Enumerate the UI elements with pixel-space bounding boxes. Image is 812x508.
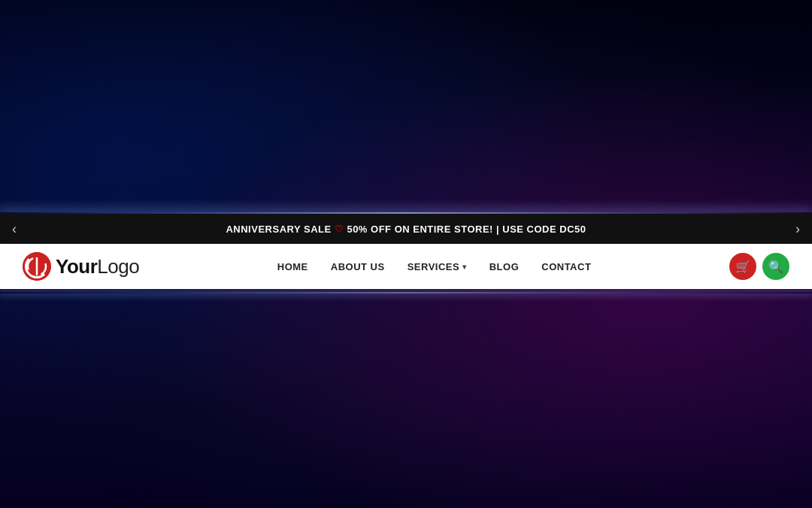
- search-button[interactable]: 🔍: [762, 253, 789, 280]
- nav-services[interactable]: SERVICES ▾: [408, 261, 467, 272]
- hero-bottom-area: [0, 289, 812, 508]
- site-header: YourLogo HOME ABOUT US SERVICES ▾ BLOG C…: [0, 244, 812, 289]
- announcement-discount-text: 50% OFF ON ENTIRE STORE! | USE CODE DC50: [347, 224, 586, 235]
- main-nav: HOME ABOUT US SERVICES ▾ BLOG CONTACT: [277, 261, 592, 272]
- announcement-prev-button[interactable]: ‹: [0, 221, 29, 237]
- announcement-next-button[interactable]: ›: [783, 221, 812, 237]
- logo[interactable]: YourLogo: [23, 252, 139, 281]
- search-icon: 🔍: [768, 260, 783, 274]
- logo-icon: [23, 252, 51, 281]
- nav-contact[interactable]: CONTACT: [541, 261, 591, 272]
- announcement-heart: ♡: [335, 224, 344, 235]
- cart-icon: 🛒: [735, 260, 750, 274]
- cart-button[interactable]: 🛒: [729, 253, 756, 280]
- services-chevron-icon: ▾: [462, 263, 467, 271]
- nav-blog[interactable]: BLOG: [489, 261, 520, 272]
- announcement-bar: ‹ ANNIVERSARY SALE ♡ 50% OFF ON ENTIRE S…: [0, 214, 812, 244]
- nav-about[interactable]: ABOUT US: [331, 261, 385, 272]
- svg-point-0: [23, 252, 51, 281]
- announcement-text: ANNIVERSARY SALE ♡ 50% OFF ON ENTIRE STO…: [226, 224, 586, 235]
- announcement-sale-text: ANNIVERSARY SALE: [226, 224, 331, 235]
- logo-text: YourLogo: [56, 255, 139, 278]
- nav-home[interactable]: HOME: [277, 261, 308, 272]
- nav-actions: 🛒 🔍: [729, 253, 789, 280]
